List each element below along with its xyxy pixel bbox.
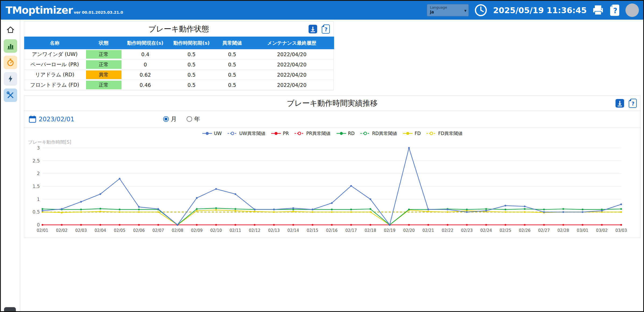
chart-legend: UWUW異常閾値PRPR異常閾値RDRD異常閾値FDFD異常閾値 [24, 127, 640, 139]
chart-area: 00.511.522.53ブレーキ動作時間[S]02/0102/0202/030… [24, 139, 640, 235]
legend-item-UW異常閾値[interactable]: UW異常閾値 [227, 130, 265, 137]
cell-maintenance: 2022/04/20 [250, 49, 334, 59]
clock-icon [474, 3, 488, 17]
svg-text:0.5: 0.5 [33, 209, 40, 215]
help-button[interactable]: ? [609, 4, 620, 16]
cell-threshold: 0.5 [215, 80, 250, 90]
status-badge: 正常 [85, 80, 122, 90]
radio-month-circle [163, 116, 169, 122]
legend-item-PR[interactable]: PR [271, 131, 289, 136]
cell-initial: 0.5 [169, 80, 215, 90]
help-button-table[interactable]: ? [321, 24, 331, 34]
trend-panel-title: ブレーキ動作時間実績推移 [287, 98, 378, 108]
drawer-handle[interactable] [4, 307, 16, 311]
app-logo: TMoptimizer ver 00.01.2025.03.21.0 [6, 5, 123, 16]
home-icon [6, 25, 15, 34]
radio-year-circle [187, 116, 192, 122]
brake-trend-panel: ブレーキ動作時間実績推移 ? [24, 95, 641, 237]
sidebar-item-maintenance[interactable] [4, 88, 17, 102]
svg-text:2.5: 2.5 [33, 158, 40, 164]
col-header-name: 名称 [24, 37, 85, 49]
cell-threshold: 0.5 [215, 59, 250, 70]
avatar[interactable] [625, 3, 639, 17]
col-header-threshold: 異常閾値 [215, 37, 250, 49]
radio-month[interactable]: 月 [163, 115, 177, 123]
language-label: Language [430, 5, 461, 10]
table-row: リアドラム (RD) 異常 0.62 0.5 0.5 2022/04/20 [24, 70, 334, 80]
svg-text:02/23: 02/23 [461, 228, 473, 233]
status-badge: 正常 [85, 59, 122, 70]
radio-year[interactable]: 年 [187, 115, 200, 123]
help-document-icon: ? [609, 4, 620, 16]
legend-marker-icon [426, 131, 437, 136]
svg-text:3: 3 [37, 145, 40, 151]
svg-text:02/13: 02/13 [268, 228, 280, 233]
svg-text:02/01: 02/01 [37, 228, 48, 233]
svg-text:02/02: 02/02 [56, 228, 67, 233]
legend-item-RD[interactable]: RD [336, 131, 355, 136]
print-button[interactable] [592, 5, 604, 16]
table-row: フロントドラム (FD) 正常 0.46 0.5 0.5 2022/04/20 [24, 80, 334, 90]
cell-threshold: 0.5 [215, 70, 250, 80]
legend-item-RD異常閾値[interactable]: RD異常閾値 [360, 130, 397, 137]
svg-text:?: ? [631, 101, 634, 107]
svg-text:02/05: 02/05 [114, 228, 125, 233]
date-value: 2023/02/01 [39, 116, 74, 123]
sidebar-item-energy[interactable] [4, 72, 17, 86]
sidebar-item-home[interactable] [4, 23, 17, 36]
status-badge: 異常 [85, 70, 122, 80]
legend-item-FD[interactable]: FD [402, 131, 421, 136]
svg-text:02/15: 02/15 [307, 228, 318, 233]
cell-current: 0.4 [122, 49, 169, 59]
sidebar [1, 20, 20, 311]
help-button-trend[interactable]: ? [628, 98, 638, 108]
svg-text:02/08: 02/08 [172, 228, 183, 233]
trend-line-chart: 00.511.522.53ブレーキ動作時間[S]02/0102/0202/030… [26, 139, 639, 234]
language-select[interactable]: Language ja ▾ [427, 4, 469, 16]
legend-marker-icon [402, 131, 413, 136]
export-button-trend[interactable] [615, 98, 625, 108]
cell-maintenance: 2022/04/20 [250, 70, 334, 80]
cell-name: アンワインダ (UW) [24, 49, 85, 59]
app-window: TMoptimizer ver 00.01.2025.03.21.0 Langu… [0, 0, 644, 312]
cell-current: 0 [122, 59, 169, 70]
svg-text:?: ? [324, 26, 327, 32]
svg-text:02/20: 02/20 [403, 228, 415, 233]
period-radio-group: 月 年 [163, 115, 200, 123]
legend-marker-icon [271, 131, 281, 136]
svg-text:ブレーキ動作時間[S]: ブレーキ動作時間[S] [28, 139, 71, 145]
export-button[interactable] [308, 24, 318, 34]
col-header-current: 動作時間現在(s) [122, 37, 169, 49]
svg-text:02/09: 02/09 [191, 228, 203, 233]
svg-text:02/14: 02/14 [287, 228, 299, 233]
sidebar-item-dashboard[interactable] [4, 39, 17, 53]
lightning-icon [6, 74, 15, 83]
date-picker[interactable]: 2023/02/01 [28, 115, 74, 123]
svg-text:02/12: 02/12 [249, 228, 260, 233]
sidebar-item-timer[interactable] [4, 56, 17, 69]
svg-text:02/07: 02/07 [152, 228, 164, 233]
col-header-status: 状態 [85, 37, 122, 49]
svg-text:02/28: 02/28 [557, 228, 569, 233]
svg-text:02/18: 02/18 [364, 228, 376, 233]
legend-marker-icon [294, 131, 305, 136]
tools-icon [6, 91, 15, 100]
svg-text:02/27: 02/27 [538, 228, 550, 233]
col-header-initial: 動作時間初期(s) [169, 37, 215, 49]
brake-status-table: 名称 状態 動作時間現在(s) 動作時間初期(s) 異常閾値 メンテナンス最終履… [24, 37, 334, 90]
help-document-icon: ? [629, 99, 637, 108]
legend-item-UW[interactable]: UW [202, 131, 222, 136]
svg-text:02/11: 02/11 [230, 228, 241, 233]
status-badge: 正常 [85, 49, 122, 59]
legend-item-FD異常閾値[interactable]: FD異常閾値 [426, 130, 463, 137]
status-panel-title: ブレーキ動作状態 [148, 24, 209, 34]
help-document-icon: ? [322, 24, 330, 34]
cell-initial: 0.5 [169, 49, 215, 59]
cell-initial: 0.5 [169, 70, 215, 80]
svg-text:02/22: 02/22 [442, 228, 453, 233]
cell-maintenance: 2022/04/20 [250, 80, 334, 90]
svg-text:1: 1 [37, 197, 40, 202]
col-header-maintenance: メンテナンス最終履歴 [250, 37, 334, 49]
legend-item-PR異常閾値[interactable]: PR異常閾値 [294, 130, 330, 137]
cell-current: 0.46 [122, 80, 169, 90]
